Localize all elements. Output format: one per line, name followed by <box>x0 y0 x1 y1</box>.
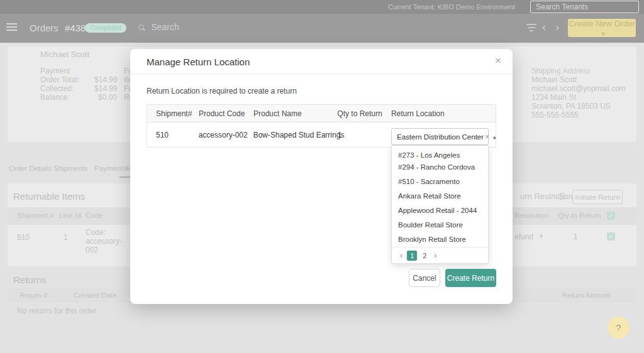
search-icon <box>138 24 145 31</box>
close-icon[interactable]: × <box>495 55 501 67</box>
payment-row-value: $14.99 <box>94 84 118 93</box>
cell-shipment: 510 <box>147 122 190 147</box>
pagination-next-icon[interactable]: › <box>431 251 440 260</box>
initiate-return-button[interactable]: Initiate Return <box>572 190 623 204</box>
customer-name-link[interactable]: Michael Scott <box>40 50 89 59</box>
returns-col-return-amount: Return Amount <box>562 291 611 299</box>
dropdown-option[interactable]: #273 - Los Angeles <box>392 146 488 160</box>
shipping-address-line: 555-555-5555 <box>531 111 579 119</box>
col-header-code: Code <box>86 212 103 219</box>
info-icon[interactable]: ⓘ <box>558 192 566 202</box>
returns-empty-text: No returns for this order <box>17 307 97 315</box>
tab-order-details[interactable]: Order Details <box>9 165 52 172</box>
payment-row-label: Order Total: <box>40 75 79 84</box>
dropdown-option[interactable]: #510 - Sacramento <box>392 175 488 189</box>
cell-product-name: Bow-Shaped Stud Earrings <box>245 122 329 147</box>
pagination-page-2[interactable]: 2 <box>419 251 430 261</box>
dropdown-option[interactable]: #294 - Rancho Cordova <box>392 160 488 175</box>
shipping-address-line: 1234 Main St <box>531 93 576 102</box>
current-tenant-label: Current Tenant: KIBO Demo Environment <box>388 3 515 11</box>
return-location-value: Eastern Distribution Center <box>397 133 484 141</box>
dropdown-option[interactable]: Brooklyn Retail Store <box>392 232 488 247</box>
payment-row-value: $14.99 <box>94 75 118 84</box>
clear-icon[interactable]: × <box>485 133 489 141</box>
page-title: Orders <box>30 23 58 33</box>
returnable-items-heading: Returnable Items <box>13 191 85 202</box>
th-product-name: Product Name <box>245 105 328 122</box>
create-new-order-label: Create New Order <box>569 19 635 28</box>
return-location-select[interactable]: Eastern Distribution Center × ▴ <box>391 128 489 145</box>
nav-search-placeholder: Search <box>151 22 179 32</box>
shipping-address-line: michael.scott@yopmail.com <box>531 84 626 93</box>
row-checkbox[interactable]: ✓ <box>607 232 615 241</box>
navbar: Orders #438 Completed Search ‹ › Create … <box>0 14 644 43</box>
returns-col-return-number: Return # <box>19 291 47 299</box>
row-code: Code: accessory-002 <box>86 228 131 254</box>
row-resolution-select[interactable]: efund <box>514 232 533 241</box>
order-status-badge: Completed <box>85 23 126 33</box>
payment-heading: Payment <box>40 67 70 75</box>
search-tenants-input[interactable] <box>530 1 639 13</box>
create-new-order-button[interactable]: Create New Order ▾ <box>568 19 636 37</box>
payment-row-label: Collected: <box>40 84 74 93</box>
row-shipment: 510 <box>17 233 30 242</box>
table-header-row: Shipment# Product Code Product Name Qty … <box>147 105 496 122</box>
tab-shipments[interactable]: Shipments <box>53 165 87 172</box>
th-product-code: Product Code <box>190 105 245 122</box>
shipping-address-line: Scranton, PA 18503 US <box>531 102 611 111</box>
order-number: #438 <box>65 23 86 33</box>
return-location-dropdown: #273 - Los Angeles #294 - Rancho Cordova… <box>391 145 489 264</box>
filter-icon[interactable] <box>526 24 536 33</box>
returns-col-created-date: Created Date <box>74 291 116 299</box>
tab-payments[interactable]: Payments <box>94 165 126 172</box>
cancel-button[interactable]: Cancel <box>409 269 440 287</box>
payment-row-value: $0.00 <box>98 93 117 102</box>
dropdown-option[interactable]: Ankara Retail Store <box>392 189 488 204</box>
chevron-right-icon[interactable]: › <box>555 20 559 34</box>
tenant-bar: Current Tenant: KIBO Demo Environment <box>0 0 644 14</box>
modal-note: Return Location is required to create a … <box>147 87 297 95</box>
th-return-location: Return Location <box>382 105 496 122</box>
app-window: Current Tenant: KIBO Demo Environment Or… <box>0 0 644 353</box>
payment-row-label: Balance: <box>40 93 70 102</box>
dropdown-option[interactable]: Boulder Retail Store <box>392 218 488 232</box>
create-return-button[interactable]: Create Return <box>445 269 496 287</box>
manage-return-location-modal: Manage Return Location × Return Location… <box>130 49 513 304</box>
cell-qty: 1 <box>329 122 383 147</box>
col-header-resolution: Resolution <box>514 212 548 219</box>
th-qty-to-return: Qty to Return <box>328 105 382 122</box>
dropdown-pagination: ‹ 1 2 › <box>392 247 488 263</box>
th-shipment: Shipment# <box>147 105 190 122</box>
returns-heading: Returns <box>13 274 47 285</box>
pagination-prev-icon[interactable]: ‹ <box>397 251 406 260</box>
row-line-id: 1 <box>64 233 68 242</box>
select-all-checkbox[interactable]: ✓ <box>607 212 615 220</box>
hamburger-menu-icon[interactable] <box>6 23 17 32</box>
help-button[interactable]: ? <box>608 317 630 339</box>
shipping-address-line: Michael Scott <box>531 75 577 84</box>
col-header-qty-to-return: Qty to Return <box>558 212 601 219</box>
cell-product-code: accessory-002 <box>190 122 245 147</box>
col-header-shipment: Shipment # <box>17 212 53 219</box>
col-header-line-id: Line Id <box>59 212 81 219</box>
shipping-address-heading: Shipping Address <box>531 67 590 75</box>
caret-down-icon: ▾ <box>540 232 543 239</box>
nav-search-field[interactable]: Search <box>138 22 252 35</box>
chevron-left-icon[interactable]: ‹ <box>542 20 546 34</box>
active-tab-indicator <box>119 176 130 178</box>
dropdown-option[interactable]: Applewood Retail - 2044 <box>392 204 488 218</box>
row-qty: 1 <box>574 232 578 241</box>
caret-up-icon: ▴ <box>493 134 496 140</box>
caret-down-icon: ▾ <box>601 30 604 37</box>
pagination-page-1[interactable]: 1 <box>407 251 417 261</box>
modal-title: Manage Return Location <box>147 57 250 67</box>
modal-header: Manage Return Location × <box>130 49 513 74</box>
